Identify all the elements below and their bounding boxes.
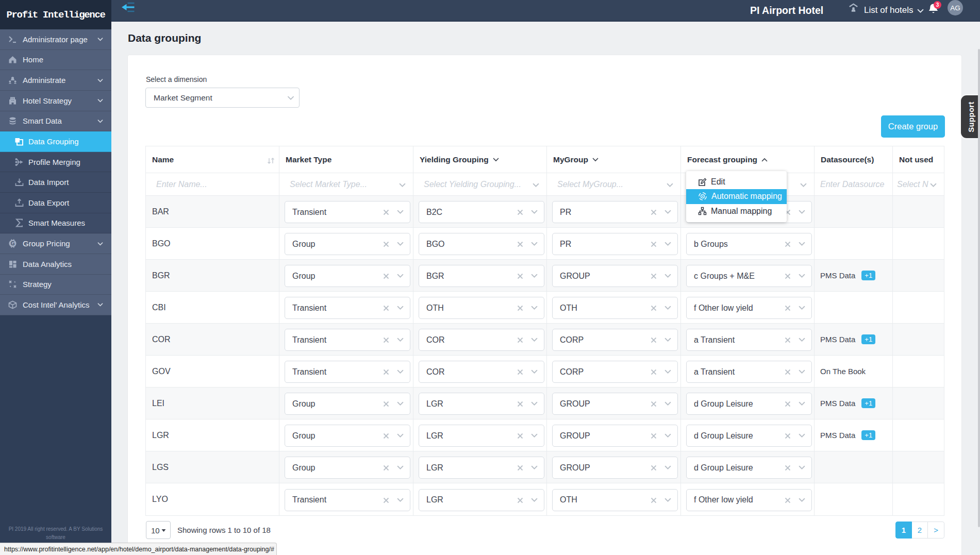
- svg-text:G: G: [11, 241, 15, 246]
